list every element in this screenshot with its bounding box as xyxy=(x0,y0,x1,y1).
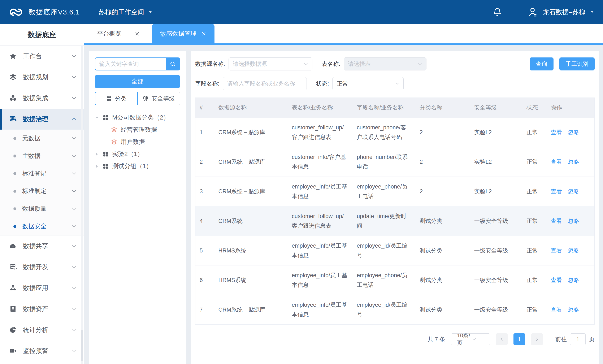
sidebar-item[interactable]: 数据共享 xyxy=(0,235,84,257)
tree-leaf[interactable]: 经营管理数据 xyxy=(95,124,180,136)
tab[interactable]: 敏感数据管理 xyxy=(152,24,214,43)
ignore-link[interactable]: 忽略 xyxy=(568,306,579,313)
user-menu[interactable]: 龙石数据–苏槐 xyxy=(527,7,594,18)
total-count: 共 7 条 xyxy=(428,336,445,343)
sidebar-item-icon xyxy=(9,73,17,81)
cell-actions: 查看忽略 xyxy=(547,295,595,325)
cell-actions: 查看忽略 xyxy=(547,265,595,295)
tree-node-label: 测试分组（1） xyxy=(112,162,152,170)
cell-table: customer_info/客户基本信息 xyxy=(288,147,353,177)
tree-leaf[interactable]: 用户数据 xyxy=(95,136,180,148)
sidebar-item[interactable]: 数据规划 xyxy=(0,67,84,88)
sidebar-subitem[interactable]: 数据安全 xyxy=(0,218,84,235)
cell-level: 一级安全等级 xyxy=(470,236,522,265)
sidebar-subitem[interactable]: 数据质量 xyxy=(0,200,84,218)
table-header-row: #数据源名称表名称/业务名称字段名称/业务名称分类名称安全等级状态操作 xyxy=(195,98,595,118)
ignore-link[interactable]: 忽略 xyxy=(568,129,579,135)
cell-level: 实验L2 xyxy=(470,118,522,147)
tab[interactable]: 平台概览 xyxy=(89,24,148,43)
tree-node[interactable]: 测试分组（1） xyxy=(95,160,180,172)
page-1-button[interactable]: 1 xyxy=(513,333,525,345)
ignore-link[interactable]: 忽略 xyxy=(568,188,579,195)
next-page-button[interactable] xyxy=(531,333,543,345)
column-header: 数据源名称 xyxy=(214,98,288,118)
sidebar-scrollbar[interactable] xyxy=(81,46,83,364)
sidebar-item[interactable]: 统计分析 xyxy=(0,319,84,340)
caret-icon[interactable] xyxy=(95,116,99,120)
search-input[interactable] xyxy=(95,58,166,70)
ignore-link[interactable]: 忽略 xyxy=(568,247,579,254)
view-link[interactable]: 查看 xyxy=(551,129,562,135)
table-row: 3 CRM系统－贴源库 employee_info/员工基本信息 employe… xyxy=(195,177,595,206)
category-grid-icon xyxy=(103,115,109,121)
cell-index: 2 xyxy=(195,147,214,177)
prev-page-button[interactable] xyxy=(496,333,508,345)
sidebar-item-label: 统计分析 xyxy=(23,326,71,334)
sidebar-item[interactable]: 数据集成 xyxy=(0,88,84,109)
cell-field: employee_phone/员工电话 xyxy=(353,265,416,295)
view-link[interactable]: 查看 xyxy=(551,277,562,283)
manual-identify-button[interactable]: 手工识别 xyxy=(559,58,595,70)
keyword-search xyxy=(95,58,180,70)
view-link[interactable]: 查看 xyxy=(551,306,562,313)
workspace-selector[interactable]: 苏槐的工作空间 xyxy=(99,8,152,17)
sidebar-subitem[interactable]: 标准制定 xyxy=(0,182,84,200)
datasource-select[interactable]: 请选择数据源 xyxy=(229,58,313,70)
sidebar-item[interactable]: 监控预警 xyxy=(0,340,84,361)
sidebar-item-icon xyxy=(9,242,17,250)
close-icon[interactable] xyxy=(134,31,140,36)
security-level-toggle-button[interactable]: 安全等级 xyxy=(138,92,180,105)
column-header: 字段名称/业务名称 xyxy=(353,98,416,118)
sidebar-item-label: 数据开发 xyxy=(23,263,71,271)
notifications-bell-icon[interactable] xyxy=(492,7,502,17)
cell-actions: 查看忽略 xyxy=(547,206,595,236)
cell-table: employee_info/员工基本信息 xyxy=(288,177,353,206)
tree-node-label: M公司数据分类（2） xyxy=(112,113,169,122)
category-toggle-button[interactable]: 分类 xyxy=(95,92,138,105)
sidebar-subitem[interactable]: 主数据 xyxy=(0,147,84,165)
sidebar-item[interactable]: 数据应用 xyxy=(0,277,84,298)
ignore-link[interactable]: 忽略 xyxy=(568,218,579,224)
sidebar-item-icon xyxy=(9,347,17,354)
ignore-link[interactable]: 忽略 xyxy=(568,159,579,165)
sidebar-item-icon xyxy=(9,115,17,123)
category-grid-icon xyxy=(103,151,109,157)
all-button[interactable]: 全部 xyxy=(95,75,180,88)
query-button[interactable]: 查询 xyxy=(530,58,554,70)
sidebar-item-label: 工作台 xyxy=(23,52,71,61)
view-link[interactable]: 查看 xyxy=(551,159,562,165)
tree-node[interactable]: M公司数据分类（2） xyxy=(95,112,180,124)
caret-icon[interactable] xyxy=(95,152,99,156)
table-select[interactable]: 请选择表 xyxy=(344,58,427,70)
sidebar-item-label: 数据共享 xyxy=(23,242,71,250)
search-button[interactable] xyxy=(166,58,179,70)
ignore-link[interactable]: 忽略 xyxy=(568,277,579,283)
cell-actions: 查看忽略 xyxy=(547,177,595,206)
bullet-icon xyxy=(13,190,16,193)
page-size-select[interactable]: 10条/页 xyxy=(451,333,490,345)
sidebar-item[interactable]: 工作台 xyxy=(0,46,84,67)
sidebar-subitem[interactable]: 元数据 xyxy=(0,129,84,147)
tab-bar: 平台概览 敏感数据管理 xyxy=(84,24,603,45)
grid-icon xyxy=(106,96,112,102)
status-select[interactable]: 正常 xyxy=(332,77,404,90)
scrollbar-thumb[interactable] xyxy=(81,330,83,361)
sidebar-item[interactable]: 数据开发 xyxy=(0,257,84,277)
sidebar-item[interactable]: 数据治理 xyxy=(0,109,84,129)
field-name-input[interactable] xyxy=(223,77,307,90)
topbar-divider xyxy=(89,6,89,18)
cell-index: 4 xyxy=(195,206,214,236)
caret-icon[interactable] xyxy=(95,164,99,168)
close-icon[interactable] xyxy=(201,31,207,36)
sidebar-item-label: 数据集成 xyxy=(23,94,71,103)
sidebar-subitem[interactable]: 标准登记 xyxy=(0,165,84,182)
tree-node[interactable]: 实验2（1） xyxy=(95,148,180,160)
view-link[interactable]: 查看 xyxy=(551,218,562,224)
view-link[interactable]: 查看 xyxy=(551,247,562,254)
shield-icon xyxy=(143,96,149,102)
chevron-down-icon xyxy=(71,95,77,101)
sidebar: 数据底座 工作台 数据规划 数据集成 数据治理 xyxy=(0,24,84,364)
sidebar-item[interactable]: 数据资产 xyxy=(0,298,84,319)
goto-page-input[interactable] xyxy=(570,333,586,345)
view-link[interactable]: 查看 xyxy=(551,188,562,195)
